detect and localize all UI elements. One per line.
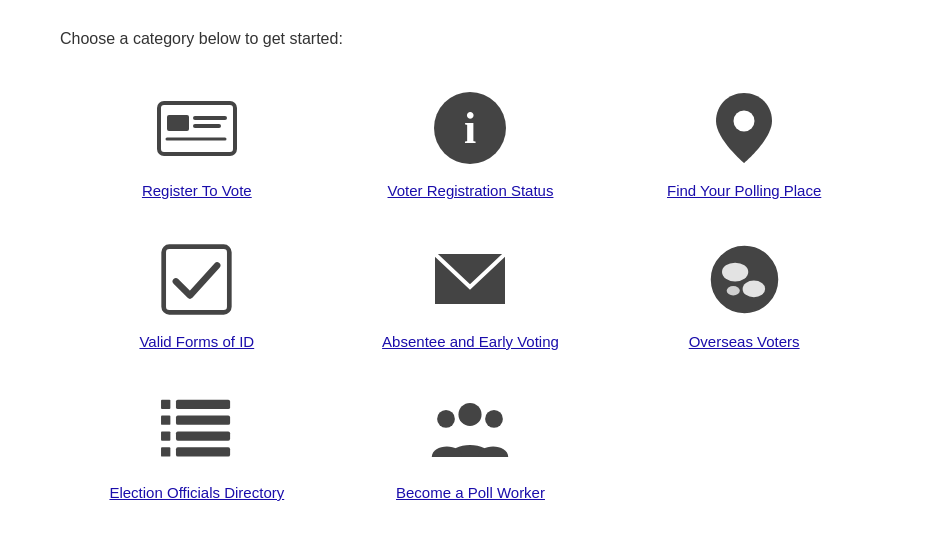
svg-point-23 [438, 410, 456, 428]
voter-registration-status-link[interactable]: Voter Registration Status [388, 182, 554, 199]
category-grid: Register To Vote i Voter Registration St… [60, 78, 881, 521]
envelope-icon [430, 239, 510, 319]
grid-item-valid-forms-of-id: Valid Forms of ID [60, 229, 334, 370]
grid-item-absentee-and-early-voting: Absentee and Early Voting [334, 229, 608, 370]
overseas-voters-link[interactable]: Overseas Voters [689, 333, 800, 350]
svg-point-10 [722, 262, 748, 281]
info-icon: i [430, 88, 510, 168]
grid-item-voter-registration-status: i Voter Registration Status [334, 78, 608, 219]
svg-rect-1 [167, 115, 189, 131]
svg-text:i: i [464, 104, 476, 153]
valid-forms-of-id-link[interactable]: Valid Forms of ID [139, 333, 254, 350]
intro-text: Choose a category below to get started: [60, 30, 343, 48]
location-pin-icon [704, 88, 784, 168]
svg-rect-18 [161, 431, 170, 440]
find-your-polling-place-link[interactable]: Find Your Polling Place [667, 182, 821, 199]
svg-point-7 [734, 111, 755, 132]
svg-point-12 [726, 286, 739, 295]
grid-item-election-officials-directory: Election Officials Directory [60, 380, 334, 521]
svg-rect-17 [176, 416, 230, 425]
svg-point-22 [459, 403, 482, 426]
svg-point-11 [742, 280, 765, 297]
svg-point-24 [486, 410, 504, 428]
svg-rect-19 [176, 431, 230, 440]
absentee-and-early-voting-link[interactable]: Absentee and Early Voting [382, 333, 559, 350]
grid-item-overseas-voters: Overseas Voters [607, 229, 881, 370]
svg-rect-20 [161, 447, 170, 456]
grid-item-empty [607, 380, 881, 521]
grid-item-become-a-poll-worker: Become a Poll Worker [334, 380, 608, 521]
svg-rect-16 [161, 416, 170, 425]
svg-rect-14 [161, 400, 170, 409]
id-card-icon [157, 88, 237, 168]
list-icon [157, 390, 237, 470]
election-officials-directory-link[interactable]: Election Officials Directory [109, 484, 284, 501]
globe-icon [704, 239, 784, 319]
grid-item-register-to-vote: Register To Vote [60, 78, 334, 219]
svg-rect-15 [176, 400, 230, 409]
svg-rect-21 [176, 447, 230, 456]
grid-item-find-your-polling-place: Find Your Polling Place [607, 78, 881, 219]
become-a-poll-worker-link[interactable]: Become a Poll Worker [396, 484, 545, 501]
group-icon [430, 390, 510, 470]
register-to-vote-link[interactable]: Register To Vote [142, 182, 252, 199]
checkbox-icon [157, 239, 237, 319]
